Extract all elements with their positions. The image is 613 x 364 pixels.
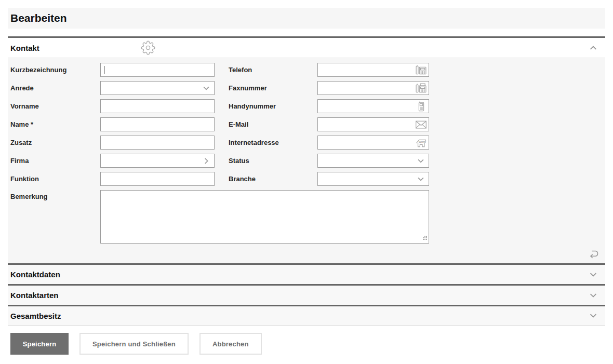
section-kontakt: Kontakt Kurzbezeichnung Tele [8,36,605,263]
status-label: Status [229,157,317,165]
handynummer-input[interactable] [317,99,429,113]
section-gesamtbesitz-title: Gesamtbesitz [10,312,61,320]
section-kontaktarten-title: Kontaktarten [10,291,59,300]
section-kontaktarten-header[interactable]: Kontaktarten [8,286,605,305]
handynummer-field [317,99,429,113]
kurzbezeichnung-field [100,63,215,77]
form-row: Bemerkung [10,190,605,244]
save-and-close-button[interactable]: Speichern und Schließen [79,333,189,355]
vorname-field [100,99,215,113]
vorname-label: Vorname [10,102,100,110]
chevron-down-icon[interactable] [588,311,598,321]
name-field [100,117,215,131]
branche-select [317,172,429,186]
form-row: Firma Status [10,154,605,168]
name-label: Name * [10,120,100,128]
funktion-label: Funktion [10,175,100,183]
funktion-field [100,172,215,186]
bemerkung-field [100,190,429,244]
form-row: Name * E-Mail [10,117,605,131]
telefon-field [317,63,429,77]
form-row: Anrede Faxnummer [10,81,605,95]
chevron-down-icon[interactable] [588,269,598,280]
zusatz-input[interactable] [100,136,215,150]
status-select-input[interactable] [317,154,429,168]
save-button[interactable]: Speichern [10,333,69,355]
chevron-up-icon[interactable] [588,43,598,53]
section-kontakt-title: Kontakt [10,44,39,52]
kurzbezeichnung-label: Kurzbezeichnung [10,66,100,74]
email-input[interactable] [317,117,429,131]
firma-lookup-field [100,154,215,168]
gear-icon[interactable] [141,41,155,55]
faxnummer-label: Faxnummer [229,84,317,92]
page-title: Bearbeiten [10,12,67,24]
section-footer [10,244,605,263]
undo-icon[interactable] [587,248,600,261]
section-kontaktdaten: Kontaktdaten [8,263,605,284]
telefon-label: Telefon [229,66,317,74]
page-title-band: Bearbeiten [8,8,605,29]
anrede-select-input[interactable] [100,81,215,95]
bemerkung-textarea[interactable] [100,190,429,244]
section-kontaktdaten-title: Kontaktdaten [10,270,60,279]
text-cursor [104,66,104,74]
action-bar: Speichern Speichern und Schließen Abbrec… [8,333,605,355]
chevron-down-icon[interactable] [588,290,598,301]
name-input[interactable] [100,117,215,131]
telefon-input[interactable] [317,63,429,77]
vorname-input[interactable] [100,99,215,113]
cancel-button[interactable]: Abbrechen [199,333,262,355]
faxnummer-input[interactable] [317,81,429,95]
anrede-label: Anrede [10,84,100,92]
funktion-input[interactable] [100,172,215,186]
zusatz-field [100,136,215,150]
resize-handle-icon[interactable] [422,236,427,241]
section-kontaktdaten-header[interactable]: Kontaktdaten [8,265,605,284]
section-kontaktarten: Kontaktarten [8,284,605,305]
zusatz-label: Zusatz [10,139,100,146]
section-kontakt-header[interactable]: Kontakt [8,38,605,58]
form-row: Zusatz Internetadresse www [10,136,605,150]
firma-label: Firma [10,157,100,165]
bemerkung-label: Bemerkung [10,190,100,200]
internetadresse-input[interactable] [317,136,429,150]
section-gesamtbesitz-header[interactable]: Gesamtbesitz [8,306,605,326]
form-row: Kurzbezeichnung Telefon [10,63,605,77]
section-kontakt-body: Kurzbezeichnung Telefon [8,58,605,263]
email-field [317,117,429,131]
branche-select-input[interactable] [317,172,429,186]
internetadresse-label: Internetadresse [229,139,317,146]
handynummer-label: Handynummer [229,102,317,110]
branche-label: Branche [229,175,317,183]
firma-input[interactable] [100,154,215,168]
section-gesamtbesitz: Gesamtbesitz [8,305,605,326]
anrede-select [100,81,215,95]
faxnummer-field [317,81,429,95]
form-row: Vorname Handynummer [10,99,605,113]
email-label: E-Mail [229,120,317,128]
status-select [317,154,429,168]
kurzbezeichnung-input[interactable] [100,63,215,77]
form-row: Funktion Branche [10,172,605,186]
edit-contact-page: Bearbeiten Kontakt Kurzbezeichnung [8,8,605,355]
internetadresse-field: www [317,136,429,150]
